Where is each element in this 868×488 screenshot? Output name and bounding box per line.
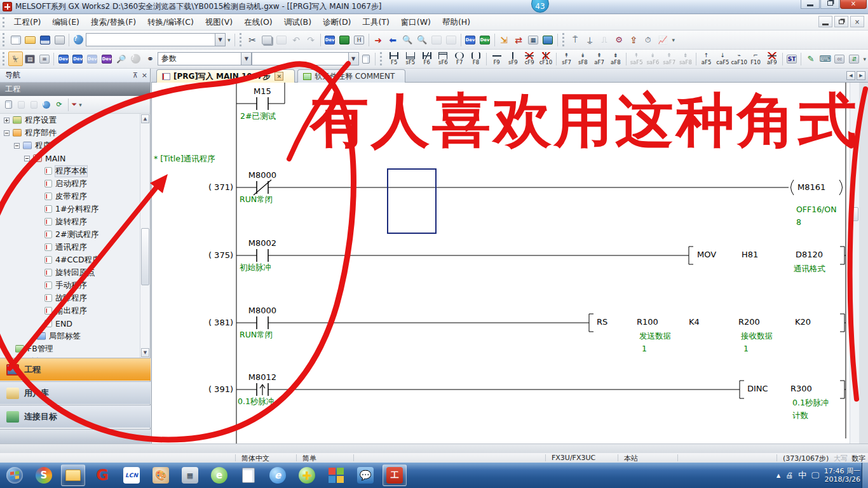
undo-button[interactable]: ↶ bbox=[289, 32, 304, 47]
device-memory-button[interactable]: Dev bbox=[71, 51, 85, 66]
closed-branch-button[interactable]: sF6 bbox=[435, 51, 452, 67]
statement-display-button[interactable]: ⇵ bbox=[847, 51, 862, 66]
tree-scrollbar[interactable]: ▲ ▼ bbox=[140, 114, 149, 358]
explorer-button[interactable] bbox=[61, 464, 85, 486]
invert-result-button[interactable]: ⌁caF10 bbox=[731, 51, 747, 67]
360-browser-icon[interactable]: e bbox=[207, 464, 231, 486]
st-editor-button[interactable]: ST bbox=[785, 51, 799, 66]
editor-scrollbar[interactable] bbox=[850, 83, 859, 444]
messenger-icon[interactable]: 💬 bbox=[353, 464, 377, 486]
menu-edit[interactable]: 编辑(E) bbox=[46, 15, 85, 30]
gx-works2-taskbar-button[interactable]: 工 bbox=[383, 464, 407, 486]
pulse-negate-branch-button[interactable]: ⇞saF7 bbox=[661, 51, 677, 67]
device-display-button[interactable]: Dev bbox=[100, 51, 114, 66]
new-data-icon[interactable] bbox=[3, 99, 14, 111]
output-window-button[interactable]: ≡ bbox=[37, 51, 52, 66]
close-button[interactable]: × bbox=[840, 0, 867, 9]
tab-device-comment[interactable]: 软元件注释 COMMENT bbox=[297, 69, 405, 83]
mdi-restore-button[interactable] bbox=[834, 16, 848, 27]
sampling-trace-button[interactable]: 📈 bbox=[656, 32, 670, 47]
tree-item-program-body[interactable]: 程序本体 bbox=[0, 165, 140, 177]
navigation-toggle-button[interactable]: ⏧ bbox=[8, 51, 23, 66]
browse-button[interactable] bbox=[359, 51, 374, 66]
device-combobox[interactable]: ▼ bbox=[252, 52, 358, 65]
device-ref-button[interactable]: Dev bbox=[85, 51, 100, 66]
module-config-button[interactable]: ▤ bbox=[23, 51, 37, 66]
help2-button[interactable]: ? bbox=[128, 51, 143, 66]
tab-scroll-left-icon[interactable]: ◀ bbox=[846, 71, 855, 80]
comment-display-button[interactable]: ㏄ bbox=[832, 51, 847, 66]
print-button[interactable] bbox=[52, 32, 67, 47]
open-contact-button[interactable]: F5 bbox=[386, 51, 402, 67]
tree-item-ccd4-program[interactable]: 4#CCD程序 bbox=[0, 254, 140, 266]
paste-data-icon[interactable] bbox=[28, 99, 39, 111]
tree-item-start-program[interactable]: 启动程序 bbox=[0, 177, 140, 190]
write-to-plc-button[interactable]: ➜ bbox=[371, 32, 386, 47]
tree-item-feeder1-program[interactable]: 1#分料程序 bbox=[0, 203, 140, 215]
project-combobox[interactable]: ▼ bbox=[86, 33, 226, 46]
horizontal-scroll-strip[interactable] bbox=[0, 444, 868, 453]
horizontal-line-button[interactable]: F9 bbox=[489, 51, 505, 67]
scroll-down-icon[interactable]: ▼ bbox=[141, 348, 149, 357]
menu-help[interactable]: 帮助(H) bbox=[437, 15, 476, 30]
toolbar-overflow-icon[interactable]: ▾ bbox=[226, 37, 233, 43]
write-monitor-button[interactable]: ⇲ bbox=[497, 32, 512, 47]
tab-scroll-right-icon[interactable]: ▶ bbox=[857, 71, 865, 80]
find-target-combobox[interactable]: 参数 ▼ bbox=[158, 52, 252, 65]
restore-button[interactable] bbox=[820, 0, 839, 9]
nav-button-user-library[interactable]: 用户库 bbox=[0, 381, 151, 404]
delete-line-button[interactable]: aF9 bbox=[764, 51, 780, 67]
find-button[interactable]: ⚭ bbox=[143, 51, 158, 66]
data-info-icon[interactable]: i bbox=[41, 99, 52, 111]
invert-operation-button[interactable]: ↑aF5 bbox=[698, 51, 715, 67]
tree-item-manual-program[interactable]: 手动程序 bbox=[0, 279, 140, 292]
open-branch-button[interactable]: sF5 bbox=[402, 51, 419, 67]
device-buffer-monitor-button[interactable]: H bbox=[352, 32, 367, 47]
mdi-minimize-button[interactable] bbox=[818, 16, 832, 27]
edit-mode-button[interactable]: ⌨ bbox=[818, 51, 832, 66]
nav-button-project[interactable]: 工程 bbox=[0, 358, 151, 381]
rising-pulse-button[interactable]: ↟sF7 bbox=[559, 51, 575, 67]
filter-icon[interactable]: ⏷▾ bbox=[72, 99, 83, 111]
pause-monitor-button[interactable] bbox=[430, 32, 444, 47]
delete-vertical-line-button[interactable]: cF10 bbox=[538, 51, 554, 67]
tree-item-rotate-home[interactable]: 旋转回原点 bbox=[0, 266, 140, 279]
operation-result-down-button[interactable]: ↓caF5 bbox=[714, 51, 731, 67]
rising-pulse-branch-button[interactable]: ⇞aF7 bbox=[591, 51, 607, 67]
tree-item-output-program[interactable]: 输出程序 bbox=[0, 304, 140, 317]
scrollbar-thumb[interactable] bbox=[141, 228, 149, 285]
g-browser-icon[interactable]: G bbox=[90, 464, 114, 486]
help-button[interactable]: ? bbox=[71, 32, 86, 47]
read-from-plc-button[interactable]: ⬅ bbox=[386, 32, 400, 47]
calculator-icon[interactable]: ▦ bbox=[178, 464, 202, 486]
chevron-down-icon[interactable]: ▼ bbox=[215, 34, 225, 46]
menu-window[interactable]: 窗口(W) bbox=[395, 15, 437, 30]
coil-button[interactable]: F7 bbox=[451, 51, 468, 67]
falling-pulse-button[interactable]: ↡sF8 bbox=[575, 51, 592, 67]
tree-item-main[interactable]: MAIN bbox=[0, 152, 140, 165]
menu-view[interactable]: 视图(V) bbox=[200, 15, 238, 30]
mdi-close-button[interactable]: × bbox=[850, 16, 864, 27]
ime-indicator[interactable]: 中 bbox=[798, 470, 806, 481]
tab-close-icon[interactable]: × bbox=[275, 72, 283, 81]
tree-item-end[interactable]: END bbox=[0, 317, 140, 330]
pulse-negate-branch2-button[interactable]: ⇟saF8 bbox=[677, 51, 694, 67]
device-search-button[interactable]: 🔎 bbox=[114, 51, 128, 66]
open-project-button[interactable] bbox=[23, 32, 37, 47]
vertical-line-button[interactable]: sF9 bbox=[505, 51, 522, 67]
paste-button[interactable] bbox=[275, 32, 289, 47]
menu-tools[interactable]: 工具(T) bbox=[356, 15, 395, 30]
tree-item-belt-program[interactable]: 皮带程序 bbox=[0, 190, 140, 203]
nav-panel-more[interactable]: » bbox=[0, 429, 151, 444]
device-comment-button[interactable]: Dev bbox=[463, 32, 478, 47]
pin-icon[interactable]: ⊼ bbox=[133, 71, 138, 79]
tab-prg-main[interactable]: [PRG]写入 MAIN 1067步 × bbox=[156, 69, 295, 83]
menu-compile[interactable]: 转换/编译(C) bbox=[142, 15, 200, 30]
menu-find-replace[interactable]: 搜索/替换(F) bbox=[85, 15, 142, 30]
tree-item-pou[interactable]: 程序部件 bbox=[0, 126, 140, 139]
forced-io-button[interactable]: ⇪ bbox=[627, 32, 641, 47]
horizontal-line-f10-button[interactable]: ⌐F10 bbox=[747, 51, 764, 67]
nav-button-connection[interactable]: 连接目标 bbox=[0, 405, 151, 428]
copy-data-icon[interactable] bbox=[15, 99, 27, 111]
device-batch-monitor-button[interactable] bbox=[337, 32, 352, 47]
